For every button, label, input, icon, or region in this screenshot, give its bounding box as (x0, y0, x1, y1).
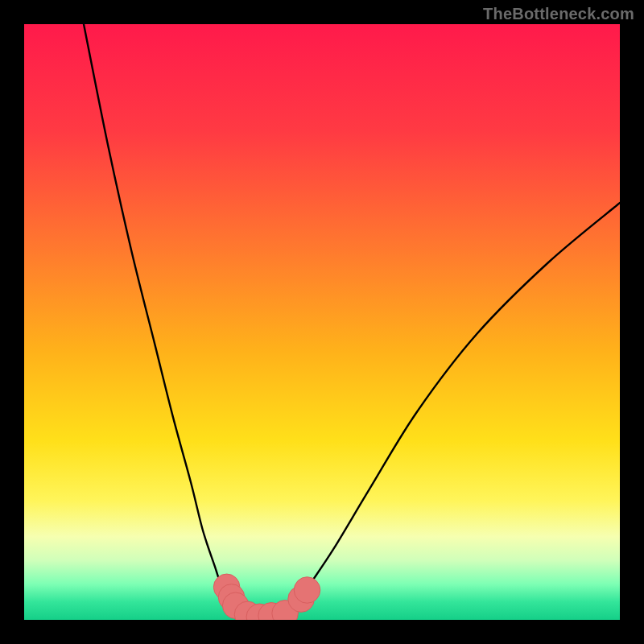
bottleneck-chart (0, 0, 644, 644)
curve-marker (294, 577, 320, 604)
chart-container: TheBottleneck.com (0, 0, 644, 644)
watermark-text: TheBottleneck.com (483, 5, 634, 23)
plot-background (24, 24, 620, 620)
